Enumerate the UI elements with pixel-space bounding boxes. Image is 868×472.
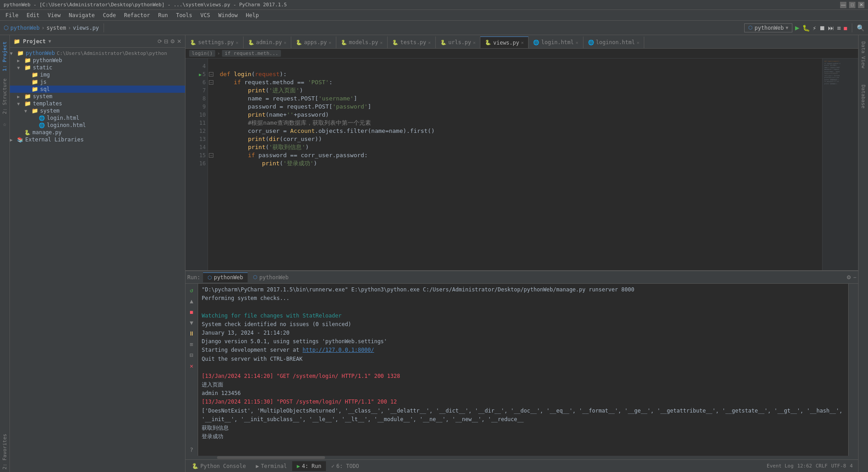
run-scroll-down[interactable]: ▼ bbox=[187, 318, 196, 327]
code-line-5: def login(request): bbox=[220, 70, 817, 78]
tree-templates[interactable]: ▼ 📁 templates bbox=[10, 100, 185, 107]
footer-tab-todo[interactable]: ✓ 6: TODO bbox=[327, 461, 364, 471]
menu-code[interactable]: Code bbox=[99, 11, 120, 19]
menu-navigate[interactable]: Navigate bbox=[65, 11, 99, 19]
run-tab-1[interactable]: ⬡ pythonWeb bbox=[203, 272, 248, 282]
menu-view[interactable]: View bbox=[44, 11, 64, 19]
rerun-button[interactable]: ↺ bbox=[187, 286, 196, 295]
tree-static[interactable]: ▼ 📁 static bbox=[10, 64, 185, 71]
tab-close-models[interactable]: ✕ bbox=[380, 40, 383, 45]
status-crlf[interactable]: CRLF bbox=[816, 463, 828, 469]
favorites-tab[interactable]: 2: Favorites bbox=[1, 431, 9, 472]
tab-urls[interactable]: 🐍 urls.py ✕ bbox=[436, 36, 481, 48]
tree-img[interactable]: 📁 img bbox=[10, 71, 185, 78]
menu-vcs[interactable]: VCS bbox=[197, 11, 214, 19]
status-indent[interactable]: 4 bbox=[850, 463, 853, 469]
stop-run-button[interactable]: ◼ bbox=[187, 307, 196, 316]
run-cancel-button[interactable]: ✕ bbox=[187, 361, 196, 370]
fold-5[interactable]: − bbox=[208, 70, 214, 78]
tab-views[interactable]: 🐍 views.py ✕ bbox=[480, 36, 529, 48]
footer-tab-run[interactable]: ▶ 4: Run bbox=[292, 461, 326, 471]
menu-window[interactable]: Window bbox=[215, 11, 241, 19]
tree-manage-py[interactable]: 🐍 manage.py bbox=[10, 129, 185, 136]
bookmark-icon[interactable]: ☆ bbox=[3, 121, 7, 127]
run-scroll-up[interactable]: ▲ bbox=[187, 296, 196, 305]
run-help-button[interactable]: ? bbox=[187, 445, 196, 454]
toolbar-list-button[interactable]: ≡ bbox=[837, 24, 841, 32]
tree-login-html[interactable]: 🌐 login.html bbox=[10, 114, 185, 122]
toolbar-stop-button[interactable]: ◼ bbox=[844, 24, 847, 32]
menu-file[interactable]: File bbox=[2, 11, 22, 19]
close-sidebar-button[interactable]: ✕ bbox=[177, 38, 181, 45]
settings-button[interactable]: ⚙ bbox=[170, 38, 175, 45]
tab-close-tests[interactable]: ✕ bbox=[428, 40, 431, 45]
menu-help[interactable]: Help bbox=[242, 11, 262, 19]
tab-settings[interactable]: 🐍 settings.py ✕ bbox=[185, 36, 244, 48]
tree-js[interactable]: 📁 js bbox=[10, 78, 185, 86]
collapse-all-button[interactable]: ⊟ bbox=[164, 38, 168, 45]
tree-templates-system[interactable]: ▼ 📁 system bbox=[10, 107, 185, 114]
minimize-button[interactable]: — bbox=[840, 2, 846, 8]
tab-close-views[interactable]: ✕ bbox=[521, 40, 524, 45]
database-tab[interactable]: Database bbox=[859, 82, 867, 111]
run-config[interactable]: ⬡ pythonWeb ▼ bbox=[744, 23, 792, 32]
system-label[interactable]: system bbox=[46, 25, 66, 31]
maximize-button[interactable]: □ bbox=[849, 2, 855, 8]
tab-login-html[interactable]: 🌐 login.html ✕ bbox=[529, 36, 583, 48]
debug-button[interactable]: 🐛 bbox=[802, 24, 810, 32]
search-everywhere-button[interactable]: 🔍 bbox=[857, 24, 864, 32]
code-content[interactable]: def login(request): if request.method ==… bbox=[214, 59, 822, 270]
sync-button[interactable]: ⟳ bbox=[158, 38, 162, 45]
run-tab-2[interactable]: ⬡ pythonWeb bbox=[249, 272, 293, 282]
project-panel-tab[interactable]: 1: Project bbox=[1, 39, 9, 74]
fold-15[interactable]: − bbox=[208, 151, 214, 159]
tab-apps[interactable]: 🐍 apps.py ✕ bbox=[291, 36, 336, 48]
panel-settings-button[interactable]: ⚙ bbox=[846, 274, 851, 281]
breadcrumb-login[interactable]: login() bbox=[189, 50, 215, 57]
footer-tab-terminal[interactable]: ▶ Terminal bbox=[251, 461, 291, 471]
status-utf8[interactable]: UTF-8 bbox=[831, 463, 846, 469]
tab-close-loginon-html[interactable]: ✕ bbox=[637, 40, 639, 45]
close-button[interactable]: ✕ bbox=[858, 2, 864, 8]
menu-tools[interactable]: Tools bbox=[172, 11, 196, 19]
tree-loginon-html[interactable]: 🌐 loginon.html bbox=[10, 122, 185, 129]
views-label[interactable]: views.py bbox=[73, 25, 99, 31]
run-scrollbar-track bbox=[185, 456, 858, 459]
menu-refactor[interactable]: Refactor bbox=[120, 11, 154, 19]
menu-run[interactable]: Run bbox=[154, 11, 172, 19]
run-filter-button[interactable]: ⊟ bbox=[187, 350, 196, 359]
data-view-tab[interactable]: Data View bbox=[859, 39, 867, 71]
run-with-coverage-button[interactable]: ⚡ bbox=[813, 24, 816, 32]
footer-tab-python-console[interactable]: 🐍 Python Console bbox=[187, 461, 250, 471]
run-button[interactable]: ▶ bbox=[795, 23, 800, 32]
breadcrumb-if[interactable]: if request.meth... bbox=[222, 50, 281, 57]
tab-close-admin[interactable]: ✕ bbox=[284, 40, 286, 45]
tab-close-settings[interactable]: ✕ bbox=[235, 40, 238, 45]
tree-sql[interactable]: 📁 sql bbox=[10, 86, 185, 93]
fold-6[interactable]: − bbox=[208, 78, 214, 86]
structure-panel-tab[interactable]: 2: Structure bbox=[1, 76, 9, 117]
project-label[interactable]: pythonWeb bbox=[10, 25, 40, 31]
tab-loginon-html[interactable]: 🌐 loginon.html ✕ bbox=[583, 36, 645, 48]
panel-minimize-button[interactable]: − bbox=[853, 274, 856, 281]
tree-pythonweb[interactable]: ▶ 📁 pythonWeb bbox=[10, 57, 185, 64]
run-scrollbar-thumb[interactable] bbox=[217, 456, 325, 459]
tab-tests[interactable]: 🐍 tests.py ✕ bbox=[388, 36, 436, 48]
python-console-label: Python Console bbox=[200, 463, 246, 469]
server-url-link[interactable]: http://127.0.0.1:8000/ bbox=[303, 347, 374, 353]
resume-button[interactable]: ⏭ bbox=[828, 24, 834, 32]
tree-root[interactable]: ▼ 📁 pythonWeb C:\Users\Administrator\Des… bbox=[10, 50, 185, 57]
menu-edit[interactable]: Edit bbox=[23, 11, 43, 19]
tab-close-apps[interactable]: ✕ bbox=[329, 40, 331, 45]
tab-close-urls[interactable]: ✕ bbox=[473, 40, 475, 45]
event-log-link[interactable]: Event Log bbox=[767, 463, 794, 469]
run-list-button[interactable]: ≡ bbox=[187, 340, 196, 349]
tab-models[interactable]: 🐍 models.py ✕ bbox=[336, 36, 388, 48]
sidebar-title: 📁 Project ▼ bbox=[14, 38, 51, 45]
pause-button[interactable]: ⏸ bbox=[187, 329, 196, 338]
tab-close-login-html[interactable]: ✕ bbox=[576, 40, 579, 45]
tree-external-libs[interactable]: ▶ 📚 External Libraries bbox=[10, 136, 185, 143]
run-stop-button[interactable]: ⏹ bbox=[819, 24, 825, 32]
tree-system-top[interactable]: ▶ 📁 system bbox=[10, 93, 185, 100]
tab-admin[interactable]: 🐍 admin.py ✕ bbox=[244, 36, 292, 48]
